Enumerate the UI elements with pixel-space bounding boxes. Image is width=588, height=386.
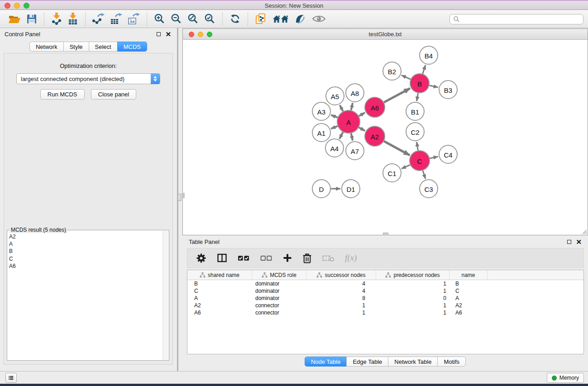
close-panel-button[interactable]: Close panel [91, 89, 137, 100]
table-row[interactable]: Bdominator41B [187, 280, 583, 287]
save-session-button[interactable] [26, 13, 38, 25]
network-canvas[interactable]: B4B2BB3B1A5A8A6A3AA1C2A2A4A7C4CC1C3DD1 [183, 40, 588, 234]
node-C2[interactable]: C2 [406, 123, 424, 141]
node-A1[interactable]: A1 [312, 124, 330, 142]
close-panel-icon[interactable]: ✕ [165, 32, 171, 37]
tab-node-table[interactable]: Node Table [305, 357, 347, 367]
delete-columns-button[interactable] [302, 253, 312, 264]
column-header-successor-nodes[interactable]: successor nodes [306, 270, 376, 280]
mcds-result-item[interactable]: A6 [9, 262, 169, 270]
tab-motifs[interactable]: Motifs [437, 357, 466, 367]
node-B4[interactable]: B4 [420, 46, 438, 64]
float-panel-icon[interactable] [157, 32, 161, 36]
memory-button[interactable]: Memory [547, 373, 584, 383]
node-B3[interactable]: B3 [439, 81, 457, 99]
node-C3[interactable]: C3 [420, 180, 438, 198]
column-header-name[interactable]: name [449, 270, 488, 280]
export-network-button[interactable] [92, 13, 105, 25]
task-history-button[interactable] [5, 373, 17, 383]
edge-A2-C[interactable] [384, 141, 410, 155]
column-header-predecessor-nodes[interactable]: predecessor nodes [376, 270, 449, 280]
canvas-left-grip[interactable] [183, 193, 185, 198]
edge-A6-B[interactable] [384, 88, 410, 102]
unselect-all-columns-button[interactable] [260, 254, 273, 262]
reset-home-view-button[interactable] [272, 13, 289, 25]
zoom-out-button[interactable] [170, 13, 182, 25]
tab-network-table[interactable]: Network Table [388, 357, 438, 367]
edge-C-C3[interactable] [423, 171, 425, 179]
zoom-selected-button[interactable] [204, 13, 216, 25]
import-network-button[interactable] [51, 12, 62, 25]
node-A5[interactable]: A5 [326, 87, 344, 105]
select-stepper-icon[interactable] [151, 73, 160, 84]
select-all-columns-button[interactable] [237, 254, 250, 262]
edge-A-A7[interactable] [351, 133, 353, 140]
zoom-in-button[interactable] [153, 13, 166, 25]
edge-B-B1[interactable] [417, 93, 418, 101]
node-B[interactable]: B [410, 74, 429, 93]
column-header-shared-name[interactable]: shared name [187, 270, 252, 280]
table-settings-button[interactable] [196, 253, 207, 264]
table-row[interactable]: A2connector11A2 [187, 302, 583, 309]
criterion-select[interactable]: largest connected component (directed) [16, 73, 160, 84]
duplicate-network-view-button[interactable] [254, 12, 268, 25]
vertical-splitter[interactable] [177, 28, 182, 371]
edge-A-A8[interactable] [351, 103, 353, 110]
node-A4[interactable]: A4 [325, 139, 344, 157]
tab-select[interactable]: Select [89, 42, 118, 52]
edge-A-A2[interactable] [359, 128, 365, 131]
refresh-view-button[interactable] [229, 13, 241, 25]
zoom-fit-button[interactable] [187, 13, 199, 25]
mcds-result-item[interactable]: C [9, 255, 169, 262]
search-field[interactable] [449, 14, 583, 24]
table-row[interactable]: Cdominator41C [187, 287, 583, 295]
node-C4[interactable]: C4 [439, 145, 457, 163]
edge-C-C2[interactable] [417, 142, 418, 151]
node-A8[interactable]: A8 [346, 84, 364, 102]
node-C[interactable]: C [410, 151, 430, 171]
edge-B-B4[interactable] [423, 65, 425, 74]
function-builder-button[interactable]: f(x) [344, 253, 357, 263]
toggle-bird-eye-view-button[interactable] [311, 14, 326, 24]
edge-A-A6[interactable] [359, 113, 365, 116]
node-A[interactable]: A [337, 110, 360, 133]
node-D1[interactable]: D1 [342, 180, 360, 198]
node-B2[interactable]: B2 [383, 62, 401, 80]
search-input[interactable] [462, 15, 583, 23]
node-D[interactable]: D [312, 180, 330, 198]
edge-C-C4[interactable] [430, 157, 438, 158]
toggle-graphics-details-button[interactable] [294, 13, 307, 25]
float-table-panel-icon[interactable] [567, 240, 571, 244]
result-scrollbar[interactable] [163, 231, 168, 360]
mcds-result-item[interactable]: B [9, 248, 169, 255]
node-B1[interactable]: B1 [406, 102, 424, 120]
delete-table-button[interactable] [322, 254, 335, 262]
import-table-button[interactable] [67, 12, 79, 25]
table-row[interactable]: A6connector11A6 [187, 309, 583, 316]
edge-A-A4[interactable] [339, 132, 343, 139]
table-row[interactable]: Adominator80A [187, 295, 583, 302]
edge-C-C1[interactable] [402, 165, 410, 168]
create-column-button[interactable] [282, 253, 292, 263]
edge-A-A3[interactable] [331, 115, 337, 117]
edge-B-B2[interactable] [402, 75, 411, 79]
tab-style[interactable]: Style [63, 42, 89, 52]
show-columns-button[interactable] [216, 253, 228, 263]
tab-edge-table[interactable]: Edge Table [346, 357, 388, 367]
node-A2[interactable]: A2 [365, 126, 385, 146]
column-header-MCDS-role[interactable]: MCDS role [252, 270, 306, 280]
edge-A-A1[interactable] [331, 126, 338, 129]
tab-mcds[interactable]: MCDS [117, 42, 147, 52]
node-A7[interactable]: A7 [346, 142, 364, 160]
horizontal-splitter-grip[interactable] [383, 233, 388, 235]
edge-B-B3[interactable] [429, 86, 438, 87]
mcds-result-item[interactable]: A2 [9, 233, 169, 240]
node-A3[interactable]: A3 [312, 102, 330, 120]
node-A6[interactable]: A6 [365, 97, 385, 117]
export-image-button[interactable] [127, 13, 140, 25]
splitter-grip[interactable] [177, 194, 182, 201]
window-resize-grip[interactable] [581, 228, 587, 234]
node-C1[interactable]: C1 [383, 164, 401, 182]
close-table-panel-icon[interactable]: ✕ [576, 240, 582, 244]
run-mcds-button[interactable]: Run MCDS [40, 89, 85, 100]
